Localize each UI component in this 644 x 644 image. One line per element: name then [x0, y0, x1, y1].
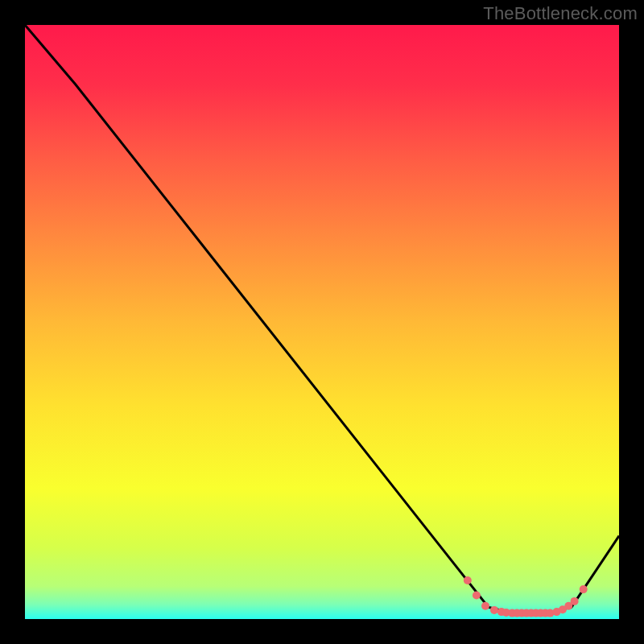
data-marker [571, 597, 579, 605]
data-marker [473, 592, 481, 600]
chart-canvas [0, 0, 644, 644]
chart-frame: TheBottleneck.com [0, 0, 644, 644]
data-marker [464, 576, 472, 584]
data-marker [481, 602, 489, 610]
watermark-text: TheBottleneck.com [483, 3, 638, 24]
plot-background [25, 25, 619, 619]
data-marker [490, 606, 498, 614]
data-marker [580, 585, 588, 593]
